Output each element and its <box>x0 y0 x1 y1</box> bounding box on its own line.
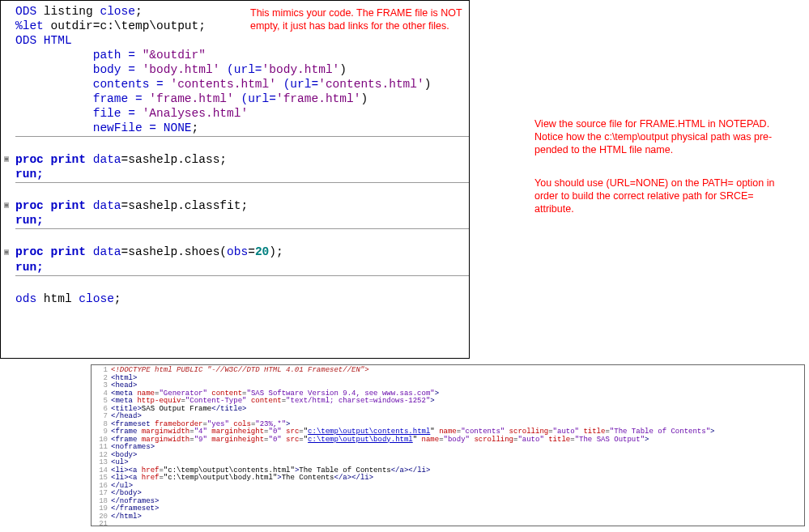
html-line-1: 1<!DOCTYPE html PUBLIC "-//W3C//DTD HTML… <box>95 367 801 375</box>
html-line-10: 10<frame marginwidth="9" marginheight="0… <box>95 436 801 445</box>
html-line-16: 16</ul> <box>95 483 801 491</box>
blank-line <box>1 184 469 198</box>
html-line-21: 21 <box>95 521 801 529</box>
code-line-8: file = 'Analyses.html' <box>1 106 469 121</box>
html-line-6: 6<title>SAS Output Frame</title> <box>95 406 801 414</box>
code-line-proc2: ▣proc print data=sashelp.classfit; <box>1 198 469 213</box>
code-line-4: path = "&outdir" <box>1 48 469 62</box>
annotation-mimics: This mimics your code. The FRAME file is… <box>250 6 469 32</box>
blank-line <box>1 277 469 292</box>
code-line-proc3: ▣proc print data=sashelp.shoes(obs=20); <box>1 245 469 259</box>
code-line-7: frame = 'frame.html' (url='frame.html') <box>1 92 469 106</box>
html-line-12: 12<body> <box>95 452 801 460</box>
html-line-20: 20</html> <box>95 513 801 521</box>
code-line-5: body = 'body.html' (url='body.html') <box>1 62 469 77</box>
code-line-run3: run; <box>1 260 469 275</box>
html-line-15: 15<li><a href="c:\temp\output\body.html"… <box>95 475 801 483</box>
html-line-11: 11<noframes> <box>95 444 801 452</box>
html-line-2: 2<html> <box>95 375 801 383</box>
code-line-6: contents = 'contents.html' (url='content… <box>1 77 469 92</box>
annotation-view-source: View the source file for FRAME.HTML in N… <box>534 117 794 156</box>
code-line-9: newFile = NONE; <box>1 121 469 135</box>
code-line-proc1: ▣proc print data=sashelp.class; <box>1 152 469 167</box>
code-line-run1: run; <box>1 167 469 181</box>
sas-code-panel: ODS listing close; %let outdir=c:\temp\o… <box>0 0 470 359</box>
blank-line <box>1 138 469 152</box>
code-line-run2: run; <box>1 213 469 228</box>
code-line-3: ODS HTML <box>1 33 469 48</box>
html-line-18: 18</noframes> <box>95 498 801 506</box>
html-line-19: 19</frameset> <box>95 505 801 513</box>
html-source-panel: 1<!DOCTYPE html PUBLIC "-//W3C//DTD HTML… <box>91 364 805 526</box>
blank-line <box>1 230 469 245</box>
annotation-url-none: You should use (URL=NONE) on the PATH= o… <box>534 177 794 215</box>
html-line-17: 17</body> <box>95 490 801 498</box>
code-line-close: ods html close; <box>1 292 469 306</box>
